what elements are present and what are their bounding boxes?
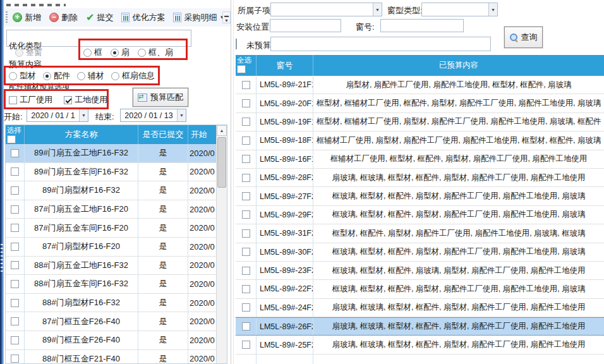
row-checkbox[interactable]	[242, 285, 250, 293]
row-select-cell[interactable]	[6, 181, 25, 200]
row-checkbox[interactable]	[11, 355, 19, 363]
row-select-cell[interactable]	[236, 206, 257, 224]
window-row[interactable]: LM5L-89#-16F15框辅材工厂使用, 框型材, 框配件, 扇型材, 扇配…	[236, 150, 604, 169]
row-checkbox[interactable]	[11, 205, 19, 214]
plan-row[interactable]: 87#门扇五金工地F16-F20是2020/0	[6, 200, 217, 219]
row-checkbox[interactable]	[242, 210, 250, 219]
row-checkbox[interactable]	[242, 267, 250, 275]
row-select-cell[interactable]	[236, 76, 257, 94]
row-checkbox[interactable]	[242, 118, 250, 126]
row-select-cell[interactable]	[236, 131, 257, 149]
plan-row[interactable]: 88#门扇型材F16-F32是2020/0	[6, 294, 217, 313]
radio-option[interactable]: 框	[83, 47, 102, 58]
row-checkbox[interactable]	[242, 99, 250, 107]
row-select-cell[interactable]	[6, 294, 25, 312]
checkbox-option[interactable]: 工地使用	[64, 94, 107, 106]
delete-button[interactable]: − 删除	[49, 12, 78, 23]
row-select-cell[interactable]	[236, 94, 257, 112]
row-checkbox[interactable]	[242, 248, 250, 256]
row-select-cell[interactable]	[236, 280, 257, 298]
window-row[interactable]: LM5L-89#-19F17框型材, 框辅材工厂使用, 扇型材, 扇配件工厂使用…	[236, 113, 604, 131]
row-select-cell[interactable]	[6, 144, 25, 162]
row-select-cell[interactable]	[6, 238, 25, 256]
window-row[interactable]: LM5L-89#-25F23扇玻璃, 框玻璃, 框型材, 框配件, 扇型材, 扇…	[236, 336, 604, 354]
row-checkbox[interactable]	[242, 341, 250, 349]
window-row[interactable]: LM5L-89#-28F26扇玻璃, 框玻璃, 框型材, 框配件, 扇型材, 扇…	[236, 169, 604, 187]
row-select-cell[interactable]	[6, 350, 25, 364]
row-checkbox[interactable]	[11, 317, 19, 325]
window-row[interactable]: LM5L-89#-18F16框辅材工厂使用, 扇型材, 扇配件工厂使用, 扇配件…	[236, 131, 604, 150]
row-checkbox[interactable]	[242, 192, 250, 200]
checkbox-icon[interactable]	[64, 96, 72, 104]
toolbar-overflow-button[interactable]: ▬▼	[222, 11, 231, 23]
radio-option[interactable]: 框、扇	[138, 47, 173, 58]
row-select-cell[interactable]	[6, 275, 25, 293]
plan-row[interactable]: 89#门扇五金工地F16-F32是2020/0	[6, 144, 217, 163]
row-checkbox[interactable]	[11, 167, 19, 176]
chevron-down-icon[interactable]: ▼	[488, 3, 497, 16]
toolbar-grip[interactable]	[6, 11, 8, 23]
row-select-cell[interactable]	[6, 257, 25, 275]
query-button[interactable]: 查询	[504, 27, 543, 48]
window-row[interactable]: LM5L-89#-27F25框玻璃, 框型材, 框配件, 扇型材, 扇配件工厂使…	[236, 187, 604, 205]
radio-option[interactable]: 配件	[43, 70, 70, 82]
radio-option[interactable]: 框扇信息	[111, 70, 155, 82]
row-select-cell[interactable]	[236, 299, 257, 317]
row-checkbox[interactable]	[11, 261, 19, 269]
window-row[interactable]: LM5L-89#-31F29框型材, 框配件, 扇型材, 扇配件工厂使用, 扇配…	[236, 224, 604, 243]
row-checkbox[interactable]	[242, 322, 250, 331]
row-select-cell[interactable]	[236, 169, 257, 186]
row-select-cell[interactable]	[236, 150, 257, 168]
row-select-cell[interactable]	[236, 187, 257, 205]
window-row[interactable]: LM5L-89#-21F19扇型材, 扇配件工厂使用, 扇配件工地使用, 框型材…	[236, 76, 604, 94]
budget-match-button[interactable]: 预算匹配	[133, 88, 188, 107]
plan-row[interactable]: 87#门框五金F26-F40是2020/0	[6, 312, 217, 331]
scrollbar-thumb[interactable]	[217, 137, 226, 188]
optimize-plan-button[interactable]: 优化方案	[121, 12, 165, 23]
chevron-down-icon[interactable]: ▼	[79, 109, 88, 121]
row-select-cell[interactable]	[6, 163, 25, 181]
sub-item-combo[interactable]: ▼	[270, 3, 382, 16]
window-type-combo[interactable]: ▼	[421, 3, 498, 16]
window-row[interactable]: LM5L-89#-24F22扇玻璃, 框玻璃, 框型材, 框配件, 扇型材, 扇…	[236, 299, 604, 317]
chevron-down-icon[interactable]: ▼	[177, 109, 186, 121]
row-checkbox[interactable]	[242, 303, 250, 312]
row-select-cell[interactable]	[236, 113, 257, 131]
radio-icon[interactable]	[77, 72, 85, 80]
row-checkbox[interactable]	[242, 174, 250, 182]
plan-row[interactable]: 89#门扇型材F16-F32是2020/0	[6, 181, 217, 200]
window-row[interactable]: LM5L-89#-30F28框玻璃, 框型材, 框配件, 扇型材, 扇配件工厂使…	[236, 243, 604, 262]
plan-row[interactable]: 88#门框五金F21-F40是2020/0	[6, 350, 217, 364]
radio-option[interactable]: 型材	[9, 70, 36, 82]
row-select-cell[interactable]	[6, 200, 25, 219]
no-budget-checkbox[interactable]	[236, 39, 237, 49]
select-all-checkbox[interactable]	[7, 135, 16, 143]
no-budget-input[interactable]	[270, 37, 491, 51]
purchase-detail-button[interactable]: 采购明细 ▼	[173, 12, 224, 23]
date-end-picker[interactable]: 2020 / 01 / 13 ▼	[120, 109, 186, 122]
row-checkbox[interactable]	[11, 336, 19, 344]
row-checkbox[interactable]	[11, 243, 19, 251]
row-checkbox[interactable]	[242, 155, 250, 163]
plan-row[interactable]: 87#门扇五金车间F16-F20是2020/0	[6, 219, 217, 238]
row-checkbox[interactable]	[242, 81, 250, 89]
row-select-cell[interactable]	[236, 318, 257, 335]
row-select-cell[interactable]	[6, 331, 25, 349]
plan-row[interactable]: 88#门扇五金工地F16-F32是2020/0	[6, 257, 217, 276]
row-checkbox[interactable]	[11, 186, 19, 195]
arrow-up-icon[interactable]: ▲	[217, 125, 227, 136]
radio-icon[interactable]	[83, 49, 92, 57]
vertical-scrollbar[interactable]: ▲	[216, 125, 227, 363]
window-row[interactable]: LM5L-89#-26F24扇玻璃, 框玻璃, 框型材, 框配件, 扇型材, 扇…	[236, 317, 604, 336]
select-all-checkbox[interactable]	[237, 65, 246, 73]
window-row[interactable]: LM5L-89#-22F20框玻璃, 框型材, 框配件, 扇型材, 扇配件工厂使…	[236, 280, 604, 298]
plan-row[interactable]: 88#门扇五金车间F16-F32是2020/0	[6, 275, 217, 294]
radio-option[interactable]: 扇	[111, 47, 130, 58]
chevron-down-icon[interactable]: ▼	[373, 3, 382, 16]
checkbox-option[interactable]: 工厂使用	[9, 94, 52, 106]
panel-divider[interactable]	[231, 0, 231, 364]
radio-option[interactable]: 辅材	[77, 70, 104, 82]
date-start-picker[interactable]: 2020 / 01 / 1 ▼	[27, 109, 88, 122]
row-checkbox[interactable]	[242, 229, 250, 238]
radio-icon[interactable]	[138, 49, 146, 57]
